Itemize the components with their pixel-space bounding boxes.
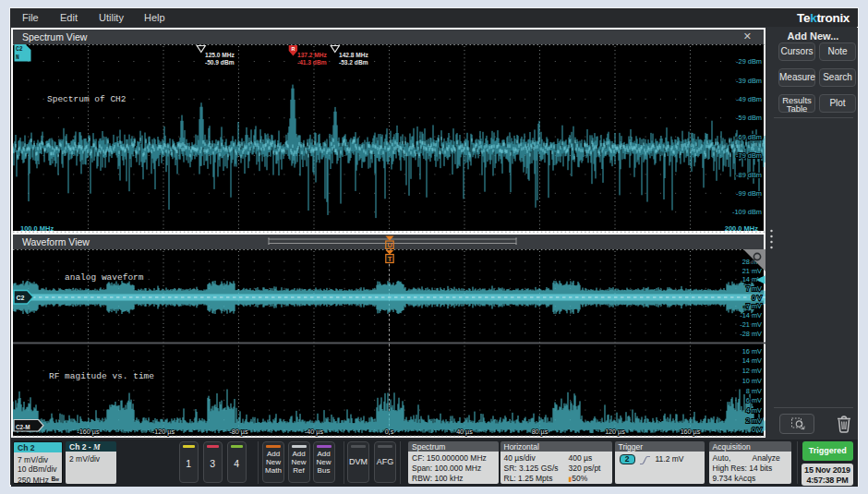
svg-text:10 mV: 10 mV: [742, 377, 762, 385]
svg-text:0 V: 0 V: [752, 294, 762, 302]
svg-text:40 µs: 40 µs: [456, 428, 473, 436]
svg-text:-160 µs: -160 µs: [77, 428, 100, 436]
svg-text:-120 µs: -120 µs: [152, 428, 175, 436]
svg-text:Spectrum of CH2: Spectrum of CH2: [47, 94, 127, 104]
svg-text:-109 dBm: -109 dBm: [732, 208, 762, 216]
svg-text:-50.9 dBm: -50.9 dBm: [205, 59, 235, 66]
svg-text:-89 dBm: -89 dBm: [736, 171, 762, 179]
svg-text:137.2 MHz: 137.2 MHz: [297, 52, 328, 58]
svg-text:200.0 MHz: 200.0 MHz: [725, 224, 759, 233]
svg-text:T: T: [388, 255, 392, 263]
svg-text:100.0 MHz: 100.0 MHz: [20, 224, 54, 233]
svg-text:0 s: 0 s: [385, 428, 394, 436]
svg-text:-99 dBm: -99 dBm: [736, 189, 762, 198]
svg-text:N: N: [16, 54, 19, 61]
svg-text:8 mV: 8 mV: [746, 387, 762, 395]
svg-text:-80 µs: -80 µs: [229, 428, 248, 436]
svg-text:4 mV: 4 mV: [746, 406, 762, 415]
svg-text:-69 dBm: -69 dBm: [736, 133, 762, 141]
svg-text:C2: C2: [16, 46, 23, 53]
svg-text:0 V: 0 V: [752, 426, 762, 434]
svg-text:analog waveform: analog waveform: [65, 272, 144, 283]
svg-text:2 mV: 2 mV: [746, 416, 762, 425]
svg-text:-53.2 dBm: -53.2 dBm: [339, 59, 368, 66]
svg-text:-49 dBm: -49 dBm: [736, 95, 762, 103]
svg-text:U: U: [387, 242, 392, 248]
svg-text:125.0 MHz: 125.0 MHz: [205, 52, 235, 58]
svg-text:-59 dBm: -59 dBm: [736, 114, 762, 122]
svg-text:142.8 MHz: 142.8 MHz: [339, 52, 369, 58]
svg-text:80 µs: 80 µs: [532, 428, 549, 436]
svg-text:160 µs: 160 µs: [681, 428, 701, 436]
svg-text:-29 dBm: -29 dBm: [736, 57, 762, 66]
svg-text:-41.3 dBm: -41.3 dBm: [297, 59, 327, 66]
svg-text:14 mV: 14 mV: [742, 356, 762, 365]
svg-text:C2: C2: [17, 295, 25, 301]
svg-text:-39 dBm: -39 dBm: [736, 77, 762, 85]
svg-text:-7 mV: -7 mV: [743, 302, 762, 310]
svg-text:21 mV: 21 mV: [742, 267, 762, 275]
svg-text:-79 dBm: -79 dBm: [736, 151, 762, 160]
svg-text:16 mV: 16 mV: [742, 347, 762, 355]
svg-text:-14 mV: -14 mV: [740, 311, 762, 319]
svg-text:R: R: [291, 46, 295, 52]
svg-text:RF magitude vs. time: RF magitude vs. time: [49, 371, 154, 381]
svg-text:120 µs: 120 µs: [605, 428, 625, 436]
svg-text:6 mV: 6 mV: [746, 396, 762, 404]
svg-text:-28 mV: -28 mV: [740, 330, 762, 338]
svg-text:-21 mV: -21 mV: [740, 320, 762, 329]
svg-text:12 mV: 12 mV: [742, 367, 762, 375]
svg-text:C2-M: C2-M: [16, 424, 30, 430]
svg-text:7 mV: 7 mV: [746, 284, 762, 293]
svg-text:-40 µs: -40 µs: [305, 428, 324, 436]
